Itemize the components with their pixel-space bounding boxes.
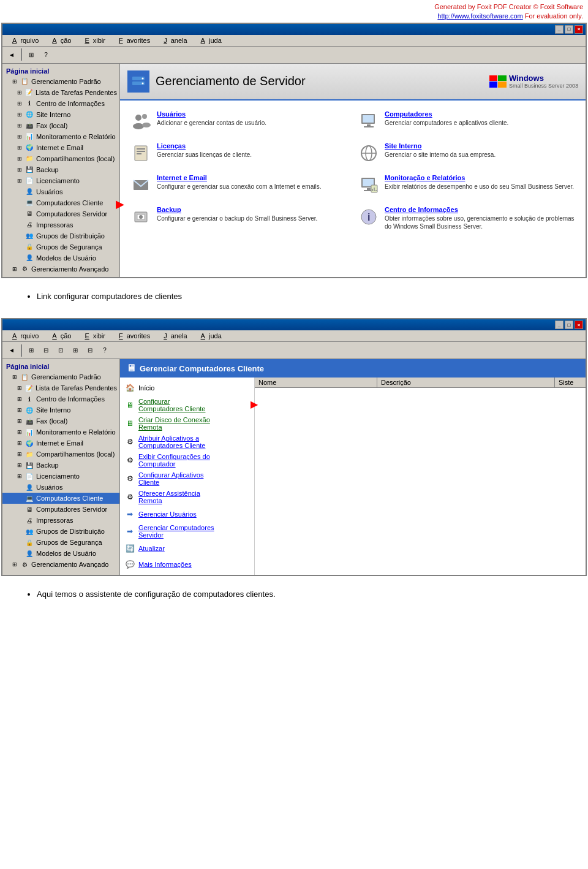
sidebar2-item-comp-cliente[interactable]: 💻 Computadores Cliente [2, 493, 119, 504]
menu2-ajuda[interactable]: Ajuda [194, 332, 225, 340]
item-icon-monitoramento: 📊 [24, 132, 34, 142]
sidebar2-item-gerenciamento-avancado[interactable]: ⊞ ⚙ Gerenciamento Avançado [2, 559, 119, 570]
menu2-acao[interactable]: Ação [45, 332, 75, 340]
sidebar2-item-usuarios[interactable]: 👤 Usuários [2, 482, 119, 493]
sidebar-item-grupos-seg[interactable]: 🔒 Grupos de Segurança [2, 241, 119, 252]
sidebar-item-gerenciamento-padrao[interactable]: ⊞ 📋 Gerenciamento Padrão [2, 76, 119, 87]
action-gerenciar-comp-servidor[interactable]: ➡ Gerenciar ComputadoresServidor [120, 522, 254, 541]
window2: _ □ × Arquivo Ação Exibir Favorites Jane… [1, 318, 587, 576]
sidebar-item-fax[interactable]: ⊞ 📠 Fax (local) [2, 120, 119, 131]
watermark-line1: Generated by Foxit PDF Creator © Foxit S… [434, 3, 583, 10]
menu2-exibir[interactable]: Exibir [77, 332, 109, 340]
menu-ajuda[interactable]: Ajuda [194, 36, 225, 45]
sidebar2-item-internet[interactable]: ⊞ 🌍 Internet e Email [2, 438, 119, 449]
tile-icon-usuarios [130, 110, 152, 132]
tile-title-info[interactable]: Centro de Informações [385, 206, 576, 213]
sidebar-item-site[interactable]: ⊞ 🌐 Site Interno [2, 109, 119, 120]
tile-title-site[interactable]: Site Interno [385, 142, 496, 150]
action-gerenciar-usuarios[interactable]: ➡ Gerenciar Usuários [120, 506, 254, 522]
sidebar-item-tarefas[interactable]: ⊞ 📝 Lista de Tarefas Pendentes [2, 87, 119, 98]
menu2-janela[interactable]: Janela [156, 332, 190, 340]
tile-title-backup[interactable]: Backup [157, 206, 317, 213]
action-inicio[interactable]: 🏠 Início [120, 380, 254, 396]
menu-exibir[interactable]: Exibir [77, 36, 109, 45]
action-exibir-config[interactable]: ⚙ Exibir Configurações doComputador [120, 451, 254, 469]
toolbar-btn-grid[interactable]: ⊞ [24, 48, 38, 61]
toolbar2-btn4[interactable]: ⊞ [69, 344, 82, 357]
menu-arquivo[interactable]: Arquivo [5, 36, 42, 45]
sidebar-item-grupos-dist[interactable]: 👥 Grupos de Distribuição [2, 230, 119, 241]
window1: _ □ × Arquivo Ação Exibir Favorites Jane… [1, 23, 587, 278]
action-configurar[interactable]: 🖥 ConfigurarComputadores Cliente ▶ [120, 396, 254, 414]
minimize-button-2[interactable]: _ [555, 321, 564, 329]
tile-title-licencas[interactable]: Licenças [157, 142, 252, 150]
toolbar-btn-help[interactable]: ? [39, 48, 53, 61]
menu2-arquivo[interactable]: Arquivo [5, 332, 42, 340]
tile-site-interno: Site Interno Gerenciar o site interno da… [353, 137, 581, 169]
maximize-button[interactable]: □ [565, 25, 573, 34]
maximize-button-2[interactable]: □ [565, 321, 573, 329]
action-configurar-app[interactable]: ⚙ Configurar AplicativosCliente [120, 469, 254, 488]
sidebar2-item-fax[interactable]: ⊞ 📠 Fax (local) [2, 416, 119, 427]
sidebar2-item-backup[interactable]: ⊞ 💾 Backup [2, 460, 119, 471]
menu2-favoritos[interactable]: Favorites [111, 332, 154, 340]
back-button[interactable]: ◄ [5, 48, 18, 61]
expand-icon: ⊞ [17, 112, 23, 118]
action-oferecer[interactable]: ⚙ Oferecer AssistênciaRemota [120, 488, 254, 506]
toolbar2-btn2[interactable]: ⊟ [39, 344, 53, 357]
sidebar-item-usuarios[interactable]: 👤 Usuários [2, 186, 119, 197]
sidebar2-item-centro[interactable]: ⊞ ℹ Centro de Informações [2, 393, 119, 404]
menu-favoritos[interactable]: Favorites [111, 36, 154, 45]
close-button-2[interactable]: × [575, 321, 583, 329]
sidebar-item-impressoras[interactable]: 🖨 Impressoras [2, 219, 119, 230]
sidebar-item-licenciamento[interactable]: ⊞ 📄 Licenciamento [2, 175, 119, 186]
action-criar-disco[interactable]: 🖥 Criar Disco de ConexãoRemota [120, 414, 254, 433]
action-atualizar[interactable]: 🔄 Atualizar [120, 541, 254, 556]
toolbar2-btn5[interactable]: ⊟ [83, 344, 97, 357]
menu-acao[interactable]: Ação [45, 36, 75, 45]
cursor-arrow1: ▶ [116, 197, 124, 211]
sidebar-item-internet[interactable]: ⊞ 🌍 Internet e Email [2, 142, 119, 153]
tile-title-usuarios[interactable]: Usuários [157, 110, 266, 118]
sidebar-item-comp-cliente[interactable]: 💻 Computadores Cliente ▶ [2, 197, 119, 208]
sidebar-item-comp-servidor[interactable]: 🖥 Computadores Servidor [2, 208, 119, 219]
sidebar2-item-modelos[interactable]: 👤 Modelos de Usuário [2, 548, 119, 559]
sidebar2-item-gerenciamento[interactable]: ⊞ 📋 Gerenciamento Padrão [2, 371, 119, 382]
toolbar2-btn1[interactable]: ⊞ [24, 344, 38, 357]
toolbar-sep2 [21, 344, 22, 357]
sidebar2-item-compartilhamentos[interactable]: ⊞ 📁 Compartilhamentos (local) [2, 449, 119, 460]
sidebar2-item-tarefas[interactable]: ⊞ 📝 Lista de Tarefas Pendentes [2, 382, 119, 393]
tile-computadores: Computadores Gerenciar computadores e ap… [353, 105, 581, 137]
configurar-app-icon: ⚙ [124, 472, 136, 485]
back-button-2[interactable]: ◄ [5, 344, 18, 357]
minimize-button[interactable]: _ [555, 25, 564, 34]
tile-icon-internet [130, 174, 152, 196]
table-body [255, 388, 586, 560]
action-atribuir[interactable]: ⚙ Atribuir Aplicativos aComputadores Cli… [120, 433, 254, 451]
sidebar2-item-monitoramento[interactable]: ⊞ 📊 Monitoramento e Relatório [2, 427, 119, 438]
tile-backup: Backup Configurar e gerenciar o backup d… [125, 201, 353, 235]
sidebar2-item-licenciamento[interactable]: ⊞ 📄 Licenciamento [2, 471, 119, 482]
sidebar-item-centro[interactable]: ⊞ ℹ Centro de Informações [2, 98, 119, 109]
menu-janela[interactable]: Janela [156, 36, 190, 45]
close-button[interactable]: × [575, 25, 583, 34]
tile-title-monitoracao[interactable]: Monitoração e Relatórios [385, 174, 574, 181]
sidebar-item-backup[interactable]: ⊞ 💾 Backup [2, 164, 119, 175]
sidebar-item-modelos[interactable]: 👤 Modelos de Usuário [2, 252, 119, 264]
window1-title-buttons: _ □ × [555, 25, 583, 34]
tile-title-computadores[interactable]: Computadores [385, 110, 508, 118]
sidebar-item-monitoramento[interactable]: ⊞ 📊 Monitoramento e Relatório [2, 131, 119, 142]
sidebar2-item-site[interactable]: ⊞ 🌐 Site Interno [2, 404, 119, 416]
sidebar2-item-grupos-seg[interactable]: 🔒 Grupos de Segurança [2, 537, 119, 548]
sidebar2-item-comp-servidor[interactable]: 🖥 Computadores Servidor [2, 504, 119, 515]
sidebar2-item-impressoras[interactable]: 🖨 Impressoras [2, 515, 119, 526]
action-mais-info[interactable]: 💬 Mais Informações [120, 556, 254, 572]
sidebar2-item-grupos-dist[interactable]: 👥 Grupos de Distribuição [2, 526, 119, 537]
item-icon-tarefas: 📝 [24, 88, 34, 97]
toolbar2-btn6[interactable]: ? [98, 344, 111, 357]
sidebar-item-gerenciamento-avancado[interactable]: ⊞ ⚙ Gerenciamento Avançado [2, 264, 119, 275]
sidebar-item-compartilhamentos[interactable]: ⊞ 📁 Compartilhamentos (local) [2, 153, 119, 164]
tile-title-internet[interactable]: Internet e Email [157, 174, 321, 181]
toolbar2-btn3[interactable]: ⊡ [54, 344, 67, 357]
content-title: Gerenciamento de Servidor [156, 74, 306, 88]
